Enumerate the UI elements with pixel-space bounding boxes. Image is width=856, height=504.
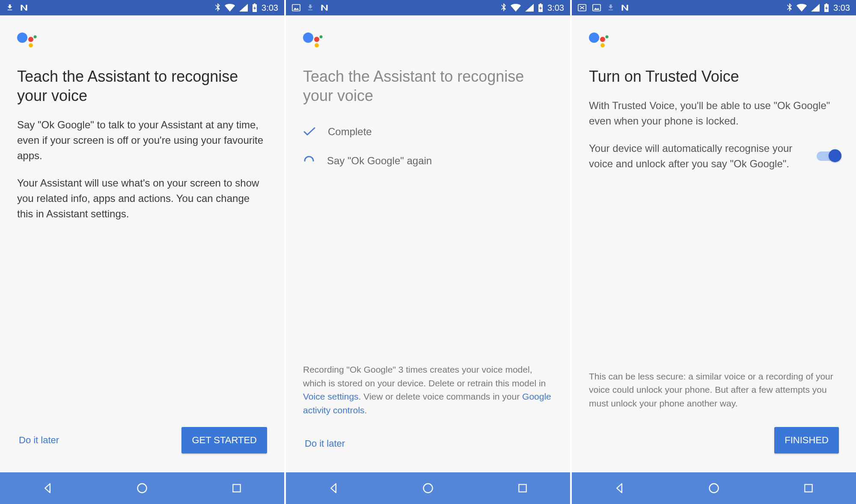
assistant-logo-icon [17,33,267,51]
voice-model-note: Recording "Ok Google" 3 times creates yo… [303,363,553,417]
trusted-voice-toggle[interactable] [817,151,839,161]
screen3-footer: FINISHED [589,420,839,464]
nav-back-button[interactable] [594,482,645,494]
screen2-content: Teach the Assistant to recognise your vo… [286,15,570,472]
spinner-icon [303,155,315,167]
svg-point-10 [315,43,319,47]
nav-home-button[interactable] [688,482,740,494]
svg-point-15 [589,33,599,43]
nav-home-button[interactable] [402,482,454,494]
assistant-logo-icon [589,33,839,51]
image-icon [592,4,601,12]
wifi-icon [511,4,521,12]
assistant-logo-icon [303,33,553,51]
screen3-paragraph-1: With Trusted Voice, you'll be able to us… [589,98,839,129]
get-started-button[interactable]: GET STARTED [181,427,267,454]
svg-point-19 [709,484,718,493]
screen1-paragraph-2: Your Assistant will use what's on your s… [17,175,267,222]
svg-point-0 [17,33,27,43]
screen1-footer: Do it later GET STARTED [17,420,267,464]
security-note: This can be less secure: a similar voice… [589,370,839,410]
nav-recent-button[interactable] [497,483,548,494]
svg-point-18 [600,43,605,47]
android-n-icon [20,4,28,12]
screen3-heading: Turn on Trusted Voice [589,67,839,86]
download-icon [6,4,14,12]
svg-point-16 [600,37,605,42]
android-n-icon [621,4,629,12]
screen1-heading: Teach the Assistant to recognise your vo… [17,67,267,105]
screen2-heading: Teach the Assistant to recognise your vo… [303,67,553,105]
voice-training-steps: Complete Say "Ok Google" again [303,126,553,184]
note-text-post: . [365,405,367,415]
nav-recent-button[interactable] [783,483,834,494]
phone-screen-3: 3:03 Turn on Trusted Voice With Trusted … [572,0,856,504]
svg-rect-6 [292,5,300,11]
nav-recent-button[interactable] [211,483,262,494]
battery-icon [538,3,543,12]
finished-button[interactable]: FINISHED [774,427,839,454]
svg-rect-14 [593,5,600,11]
download-icon [306,4,314,12]
screen3-paragraph-2: Your device will automatically recognise… [589,141,806,172]
svg-point-11 [423,484,432,493]
svg-point-17 [606,36,609,39]
bluetooth-icon [786,3,792,12]
trusted-voice-toggle-row: Your device will automatically recognise… [589,141,839,172]
status-bar: 3:03 [286,0,570,15]
svg-point-3 [29,43,33,47]
nav-bar [572,472,856,504]
note-text-mid: . View or delete voice commands in your [359,391,522,401]
phone-screen-2: 3:03 Teach the Assistant to recognise yo… [286,0,570,504]
nav-bar [286,472,570,504]
nav-home-button[interactable] [116,482,168,494]
screenshot-icon [578,4,586,12]
status-bar: 3:03 [0,0,284,15]
phone-screen-1: 3:03 Teach the Assistant to recognise yo… [0,0,284,504]
screen2-footer: Do it later [303,427,553,464]
clock-text: 3:03 [262,3,278,13]
check-icon [303,127,316,137]
status-bar: 3:03 [572,0,856,15]
nav-bar [0,472,284,504]
svg-point-9 [320,36,323,39]
svg-point-2 [34,36,37,39]
step-in-progress-label: Say "Ok Google" again [327,155,432,167]
clock-text: 3:03 [833,3,850,13]
download-icon [607,4,615,12]
do-it-later-button[interactable]: Do it later [17,430,61,450]
bluetooth-icon [500,3,506,12]
screen1-paragraph-1: Say "Ok Google" to talk to your Assistan… [17,117,267,163]
android-n-icon [320,4,329,12]
note-text-pre: Recording "Ok Google" 3 times creates yo… [303,365,546,388]
step-in-progress: Say "Ok Google" again [303,155,553,167]
signal-icon [239,4,248,12]
screen3-content: Turn on Trusted Voice With Trusted Voice… [572,15,856,472]
wifi-icon [797,4,807,12]
nav-back-button[interactable] [22,482,73,494]
svg-point-8 [314,37,319,42]
do-it-later-button[interactable]: Do it later [303,434,347,454]
svg-rect-20 [805,484,812,492]
screen1-content: Teach the Assistant to recognise your vo… [0,15,284,472]
wifi-icon [225,4,235,12]
svg-point-7 [303,33,313,43]
battery-icon [824,3,829,12]
svg-point-1 [28,37,33,42]
signal-icon [525,4,534,12]
signal-icon [811,4,820,12]
nav-back-button[interactable] [308,482,359,494]
battery-icon [252,3,257,12]
clock-text: 3:03 [547,3,564,13]
image-icon [292,4,300,12]
step-complete-label: Complete [328,126,372,138]
svg-rect-12 [519,484,526,492]
svg-point-4 [137,484,146,493]
step-complete: Complete [303,126,553,138]
bluetooth-icon [214,3,220,12]
voice-settings-link[interactable]: Voice settings [303,391,359,401]
svg-rect-5 [233,484,241,492]
